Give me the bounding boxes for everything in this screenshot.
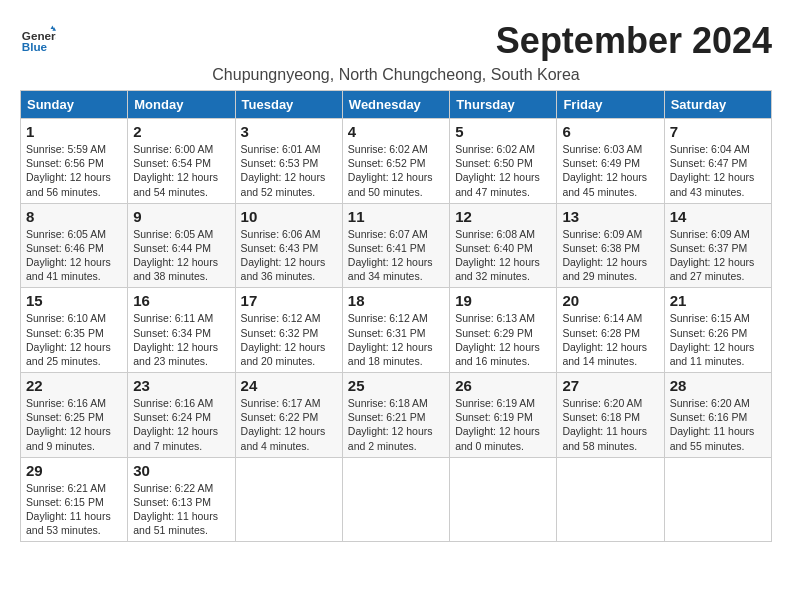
- cell-info: Sunrise: 6:07 AM Sunset: 6:41 PM Dayligh…: [348, 227, 444, 284]
- calendar-cell: [342, 457, 449, 542]
- header-saturday: Saturday: [664, 91, 771, 119]
- calendar-cell: 27 Sunrise: 6:20 AM Sunset: 6:18 PM Dayl…: [557, 373, 664, 458]
- calendar-week-row: 8 Sunrise: 6:05 AM Sunset: 6:46 PM Dayli…: [21, 203, 772, 288]
- day-number: 20: [562, 292, 658, 309]
- day-number: 4: [348, 123, 444, 140]
- calendar-cell: 7 Sunrise: 6:04 AM Sunset: 6:47 PM Dayli…: [664, 119, 771, 204]
- day-number: 24: [241, 377, 337, 394]
- cell-info: Sunrise: 6:05 AM Sunset: 6:44 PM Dayligh…: [133, 227, 229, 284]
- cell-info: Sunrise: 6:12 AM Sunset: 6:32 PM Dayligh…: [241, 311, 337, 368]
- logo-icon: General Blue: [20, 20, 56, 56]
- day-number: 9: [133, 208, 229, 225]
- location-title: Chupungnyeong, North Chungcheong, South …: [20, 66, 772, 84]
- header-sunday: Sunday: [21, 91, 128, 119]
- calendar-cell: 13 Sunrise: 6:09 AM Sunset: 6:38 PM Dayl…: [557, 203, 664, 288]
- day-number: 23: [133, 377, 229, 394]
- cell-info: Sunrise: 6:02 AM Sunset: 6:50 PM Dayligh…: [455, 142, 551, 199]
- day-number: 3: [241, 123, 337, 140]
- logo: General Blue: [20, 20, 56, 56]
- calendar-cell: 1 Sunrise: 5:59 AM Sunset: 6:56 PM Dayli…: [21, 119, 128, 204]
- calendar-cell: 23 Sunrise: 6:16 AM Sunset: 6:24 PM Dayl…: [128, 373, 235, 458]
- cell-info: Sunrise: 6:12 AM Sunset: 6:31 PM Dayligh…: [348, 311, 444, 368]
- cell-info: Sunrise: 6:09 AM Sunset: 6:38 PM Dayligh…: [562, 227, 658, 284]
- calendar-cell: [235, 457, 342, 542]
- calendar-cell: 3 Sunrise: 6:01 AM Sunset: 6:53 PM Dayli…: [235, 119, 342, 204]
- calendar-cell: 24 Sunrise: 6:17 AM Sunset: 6:22 PM Dayl…: [235, 373, 342, 458]
- calendar-cell: [664, 457, 771, 542]
- calendar-week-row: 1 Sunrise: 5:59 AM Sunset: 6:56 PM Dayli…: [21, 119, 772, 204]
- day-number: 8: [26, 208, 122, 225]
- calendar-cell: 21 Sunrise: 6:15 AM Sunset: 6:26 PM Dayl…: [664, 288, 771, 373]
- header-friday: Friday: [557, 91, 664, 119]
- cell-info: Sunrise: 5:59 AM Sunset: 6:56 PM Dayligh…: [26, 142, 122, 199]
- calendar-cell: 20 Sunrise: 6:14 AM Sunset: 6:28 PM Dayl…: [557, 288, 664, 373]
- calendar-cell: 29 Sunrise: 6:21 AM Sunset: 6:15 PM Dayl…: [21, 457, 128, 542]
- cell-info: Sunrise: 6:13 AM Sunset: 6:29 PM Dayligh…: [455, 311, 551, 368]
- cell-info: Sunrise: 6:09 AM Sunset: 6:37 PM Dayligh…: [670, 227, 766, 284]
- day-number: 13: [562, 208, 658, 225]
- header-monday: Monday: [128, 91, 235, 119]
- cell-info: Sunrise: 6:21 AM Sunset: 6:15 PM Dayligh…: [26, 481, 122, 538]
- cell-info: Sunrise: 6:15 AM Sunset: 6:26 PM Dayligh…: [670, 311, 766, 368]
- cell-info: Sunrise: 6:14 AM Sunset: 6:28 PM Dayligh…: [562, 311, 658, 368]
- cell-info: Sunrise: 6:16 AM Sunset: 6:25 PM Dayligh…: [26, 396, 122, 453]
- month-title: September 2024: [496, 20, 772, 62]
- day-number: 28: [670, 377, 766, 394]
- calendar-cell: 6 Sunrise: 6:03 AM Sunset: 6:49 PM Dayli…: [557, 119, 664, 204]
- calendar-week-row: 22 Sunrise: 6:16 AM Sunset: 6:25 PM Dayl…: [21, 373, 772, 458]
- calendar-cell: 28 Sunrise: 6:20 AM Sunset: 6:16 PM Dayl…: [664, 373, 771, 458]
- day-number: 2: [133, 123, 229, 140]
- calendar-cell: 18 Sunrise: 6:12 AM Sunset: 6:31 PM Dayl…: [342, 288, 449, 373]
- cell-info: Sunrise: 6:01 AM Sunset: 6:53 PM Dayligh…: [241, 142, 337, 199]
- calendar-cell: 11 Sunrise: 6:07 AM Sunset: 6:41 PM Dayl…: [342, 203, 449, 288]
- calendar-cell: 9 Sunrise: 6:05 AM Sunset: 6:44 PM Dayli…: [128, 203, 235, 288]
- calendar-cell: 4 Sunrise: 6:02 AM Sunset: 6:52 PM Dayli…: [342, 119, 449, 204]
- day-number: 7: [670, 123, 766, 140]
- calendar-cell: 22 Sunrise: 6:16 AM Sunset: 6:25 PM Dayl…: [21, 373, 128, 458]
- day-number: 6: [562, 123, 658, 140]
- cell-info: Sunrise: 6:20 AM Sunset: 6:16 PM Dayligh…: [670, 396, 766, 453]
- day-number: 16: [133, 292, 229, 309]
- cell-info: Sunrise: 6:08 AM Sunset: 6:40 PM Dayligh…: [455, 227, 551, 284]
- calendar-cell: 12 Sunrise: 6:08 AM Sunset: 6:40 PM Dayl…: [450, 203, 557, 288]
- calendar-cell: [557, 457, 664, 542]
- cell-info: Sunrise: 6:18 AM Sunset: 6:21 PM Dayligh…: [348, 396, 444, 453]
- calendar-cell: 19 Sunrise: 6:13 AM Sunset: 6:29 PM Dayl…: [450, 288, 557, 373]
- cell-info: Sunrise: 6:19 AM Sunset: 6:19 PM Dayligh…: [455, 396, 551, 453]
- header-thursday: Thursday: [450, 91, 557, 119]
- cell-info: Sunrise: 6:00 AM Sunset: 6:54 PM Dayligh…: [133, 142, 229, 199]
- calendar-cell: 30 Sunrise: 6:22 AM Sunset: 6:13 PM Dayl…: [128, 457, 235, 542]
- calendar-week-row: 15 Sunrise: 6:10 AM Sunset: 6:35 PM Dayl…: [21, 288, 772, 373]
- cell-info: Sunrise: 6:06 AM Sunset: 6:43 PM Dayligh…: [241, 227, 337, 284]
- cell-info: Sunrise: 6:22 AM Sunset: 6:13 PM Dayligh…: [133, 481, 229, 538]
- cell-info: Sunrise: 6:20 AM Sunset: 6:18 PM Dayligh…: [562, 396, 658, 453]
- day-number: 25: [348, 377, 444, 394]
- day-number: 17: [241, 292, 337, 309]
- calendar-cell: 25 Sunrise: 6:18 AM Sunset: 6:21 PM Dayl…: [342, 373, 449, 458]
- calendar-cell: 2 Sunrise: 6:00 AM Sunset: 6:54 PM Dayli…: [128, 119, 235, 204]
- day-number: 18: [348, 292, 444, 309]
- day-number: 22: [26, 377, 122, 394]
- day-number: 15: [26, 292, 122, 309]
- day-number: 29: [26, 462, 122, 479]
- calendar-cell: 17 Sunrise: 6:12 AM Sunset: 6:32 PM Dayl…: [235, 288, 342, 373]
- cell-info: Sunrise: 6:02 AM Sunset: 6:52 PM Dayligh…: [348, 142, 444, 199]
- day-number: 12: [455, 208, 551, 225]
- day-number: 30: [133, 462, 229, 479]
- cell-info: Sunrise: 6:05 AM Sunset: 6:46 PM Dayligh…: [26, 227, 122, 284]
- day-number: 27: [562, 377, 658, 394]
- calendar-cell: 8 Sunrise: 6:05 AM Sunset: 6:46 PM Dayli…: [21, 203, 128, 288]
- day-number: 21: [670, 292, 766, 309]
- calendar-cell: 26 Sunrise: 6:19 AM Sunset: 6:19 PM Dayl…: [450, 373, 557, 458]
- svg-text:Blue: Blue: [22, 40, 48, 53]
- header-wednesday: Wednesday: [342, 91, 449, 119]
- day-number: 5: [455, 123, 551, 140]
- calendar-cell: [450, 457, 557, 542]
- day-number: 1: [26, 123, 122, 140]
- cell-info: Sunrise: 6:03 AM Sunset: 6:49 PM Dayligh…: [562, 142, 658, 199]
- calendar-week-row: 29 Sunrise: 6:21 AM Sunset: 6:15 PM Dayl…: [21, 457, 772, 542]
- cell-info: Sunrise: 6:10 AM Sunset: 6:35 PM Dayligh…: [26, 311, 122, 368]
- calendar-cell: 16 Sunrise: 6:11 AM Sunset: 6:34 PM Dayl…: [128, 288, 235, 373]
- days-header-row: Sunday Monday Tuesday Wednesday Thursday…: [21, 91, 772, 119]
- title-area: September 2024: [496, 20, 772, 62]
